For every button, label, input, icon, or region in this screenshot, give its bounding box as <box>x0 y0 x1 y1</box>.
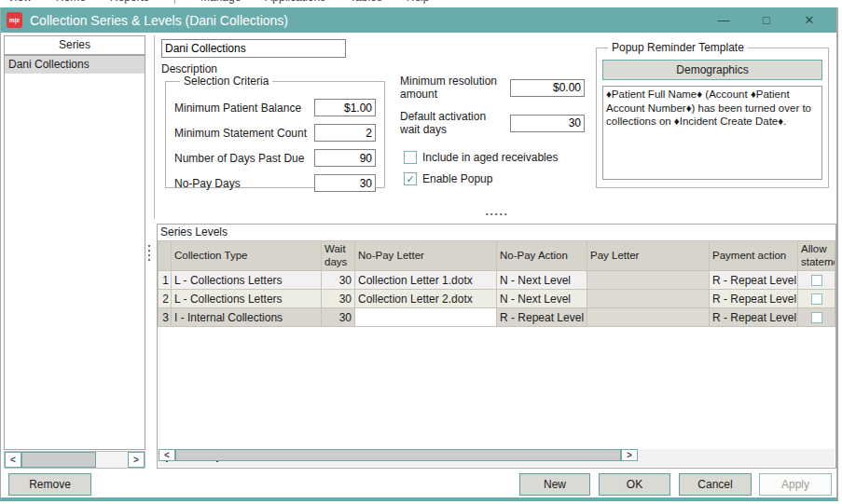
minimize-icon[interactable]: — <box>702 7 745 33</box>
horizontal-drag-handle-icon[interactable]: ····· <box>467 208 527 221</box>
min-resolution-amount-input[interactable] <box>510 79 585 97</box>
pay-letter-header[interactable]: Pay Letter <box>587 241 710 271</box>
field-row: No-Pay Days <box>174 174 376 192</box>
maximize-icon[interactable]: □ <box>745 7 788 33</box>
ok-button[interactable]: OK <box>599 473 670 496</box>
pay-letter-cell <box>587 308 710 327</box>
no-pay-letter-cell[interactable]: Collection Letter 1.dotx <box>355 271 497 290</box>
selection-criteria-legend: Selection Criteria <box>180 75 272 88</box>
background-menu: View Home Reports | Manage Applications … <box>0 0 842 4</box>
field-row: Minimum Patient Balance <box>174 99 376 116</box>
table-header-row: Collection Type Wait days No-Pay Letter … <box>159 241 835 271</box>
scrollbar-thumb[interactable] <box>175 449 621 461</box>
no-pay-days-label: No-Pay Days <box>174 177 314 190</box>
menu-item: Reports <box>110 0 149 4</box>
no-pay-action-cell[interactable]: N - Next Level <box>497 271 587 290</box>
menu-item: Manage <box>200 0 241 4</box>
payment-action-cell[interactable]: R - Repeat Level <box>710 308 798 327</box>
min-statement-count-input[interactable] <box>314 124 376 142</box>
scroll-right-icon[interactable]: > <box>621 449 638 461</box>
series-levels-panel: Series Levels Collection Type Wait days … <box>157 224 836 469</box>
wait-days-cell[interactable]: 30 <box>322 308 355 327</box>
collection-type-header[interactable]: Collection Type <box>172 241 322 271</box>
allow-statements-header[interactable]: Allow stateme <box>798 241 835 271</box>
close-icon[interactable]: ✕ <box>788 7 831 33</box>
scroll-right-icon[interactable]: > <box>128 452 145 468</box>
menu-item: Tables <box>350 0 382 4</box>
include-aged-receivables-label: Include in aged receivables <box>422 151 558 164</box>
pay-letter-cell <box>587 290 710 308</box>
menu-item: Help <box>407 0 430 4</box>
min-patient-balance-label: Minimum Patient Balance <box>174 102 314 115</box>
no-pay-letter-header[interactable]: No-Pay Letter <box>355 241 497 271</box>
selection-criteria-group: Selection Criteria Minimum Patient Balan… <box>165 75 385 188</box>
popup-template-textarea[interactable]: ♦Patient Full Name♦ (Account ♦Patient Ac… <box>602 86 822 180</box>
series-panel-header: Series <box>4 35 145 55</box>
demographics-button[interactable]: Demographics <box>602 60 822 80</box>
allow-statements-checkbox[interactable] <box>811 293 822 305</box>
cancel-button[interactable]: Cancel <box>679 473 752 496</box>
series-detail-form: Description Selection Criteria Minimum P… <box>156 35 837 219</box>
series-levels-label: Series Levels <box>158 225 835 240</box>
collection-type-cell[interactable]: L - Collections Letters <box>172 290 322 308</box>
include-aged-receivables-checkbox[interactable]: ✓ <box>404 151 417 164</box>
series-list-scrollbar[interactable]: < > <box>4 451 145 469</box>
allow-statements-cell[interactable] <box>798 290 835 308</box>
payment-action-cell[interactable]: R - Repeat Level <box>710 271 798 290</box>
new-button[interactable]: New <box>519 473 590 496</box>
window-controls: — □ ✕ <box>702 7 836 33</box>
remove-button[interactable]: Remove <box>8 473 91 496</box>
allow-statements-cell[interactable] <box>798 308 835 327</box>
scroll-left-icon[interactable]: < <box>5 452 21 468</box>
checkbox-row: ✓ Include in aged receivables <box>404 151 558 164</box>
grid-scrollbar[interactable]: < > <box>159 449 638 461</box>
enable-popup-checkbox[interactable]: ✓ <box>404 172 417 185</box>
table-row[interactable]: 1 L - Collections Letters 30 Collection … <box>159 271 835 290</box>
no-pay-action-cell[interactable]: N - Next Level <box>497 290 587 308</box>
field-row: Minimum Statement Count <box>174 124 376 142</box>
no-pay-action-cell[interactable]: R - Repeat Level <box>497 308 587 327</box>
default-activation-wait-days-label: Default activation wait days <box>400 110 506 136</box>
default-activation-wait-days-input[interactable] <box>510 115 585 132</box>
collection-type-cell[interactable]: I - Internal Collections <box>172 308 322 327</box>
scrollbar-thumb[interactable] <box>21 452 96 468</box>
wait-days-cell[interactable]: 30 <box>322 290 355 308</box>
days-past-due-input[interactable] <box>314 149 376 167</box>
table-row-selected[interactable]: 3 I - Internal Collections 30 R - Repeat… <box>159 308 835 327</box>
allow-statements-cell[interactable] <box>798 271 835 290</box>
no-pay-action-header[interactable]: No-Pay Action <box>497 241 587 271</box>
min-statement-count-label: Minimum Statement Count <box>174 127 314 140</box>
row-indicator-header <box>159 241 172 271</box>
scrollbar-track[interactable] <box>96 452 128 468</box>
dialog-body: Series Dani Collections < > Description … <box>1 33 836 497</box>
menu-item: Applications <box>265 0 325 4</box>
panel-divider <box>154 35 155 219</box>
checkbox-row: ✓ Enable Popup <box>404 172 492 185</box>
apply-button-disabled[interactable]: Apply <box>759 473 832 496</box>
collection-series-dialog: m|e Collection Series & Levels (Dani Col… <box>0 7 838 501</box>
series-name-input[interactable] <box>161 39 346 58</box>
collection-type-cell[interactable]: L - Collections Letters <box>172 271 322 290</box>
series-levels-table: Collection Type Wait days No-Pay Letter … <box>158 240 835 327</box>
wait-days-cell[interactable]: 30 <box>322 271 355 290</box>
menu-item: Home <box>56 0 86 4</box>
series-list-item-selected[interactable]: Dani Collections <box>5 56 145 74</box>
no-pay-letter-cell[interactable]: Collection Letter 2.dotx <box>355 290 497 308</box>
row-number: 2 <box>159 290 172 308</box>
background-menu-strip: View Home Reports | Manage Applications … <box>0 0 842 7</box>
app-logo-icon: m|e <box>7 12 22 28</box>
allow-statements-checkbox[interactable] <box>811 312 822 323</box>
days-past-due-label: Number of Days Past Due <box>174 152 314 165</box>
payment-action-header[interactable]: Payment action <box>710 241 798 271</box>
wait-days-header[interactable]: Wait days <box>322 241 355 271</box>
min-patient-balance-input[interactable] <box>314 99 376 116</box>
payment-action-cell[interactable]: R - Repeat Level <box>710 290 798 308</box>
description-label: Description <box>161 62 217 75</box>
allow-statements-checkbox[interactable] <box>811 275 822 286</box>
vertical-drag-handle-icon[interactable] <box>146 245 151 261</box>
no-pay-days-input[interactable] <box>314 174 376 192</box>
no-pay-letter-cell[interactable] <box>355 308 497 327</box>
table-row[interactable]: 2 L - Collections Letters 30 Collection … <box>159 290 835 308</box>
field-row: Minimum resolution amount <box>400 75 587 101</box>
scroll-left-icon[interactable]: < <box>159 449 175 461</box>
